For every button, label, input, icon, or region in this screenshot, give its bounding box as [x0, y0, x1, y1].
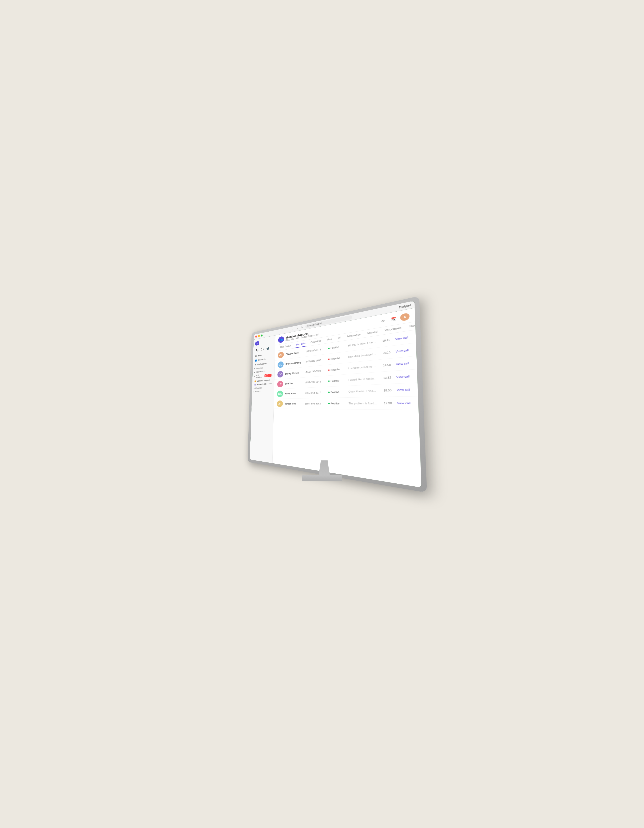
- call-time: 17:30: [381, 401, 392, 405]
- caller-phone: (555)-795-3322: [305, 369, 326, 373]
- view-call-button[interactable]: View call: [395, 387, 412, 392]
- sentiment-badge: Positive: [328, 402, 346, 405]
- sentiment-badge: Positive: [328, 379, 346, 382]
- call-list: CJ Claudia Jules (509)-563-2478 Positive…: [272, 330, 421, 488]
- caller-avatar: CJ: [278, 351, 284, 359]
- call-preview: Okay, thanks. This information is helpfu…: [349, 389, 377, 393]
- tab-all[interactable]: All: [335, 334, 344, 342]
- view-call-button[interactable]: View call: [394, 348, 411, 354]
- app-title: Dialpad: [399, 303, 411, 309]
- recent-label: Recent: [255, 390, 261, 393]
- caller-avatar: KK: [277, 390, 283, 397]
- back-button[interactable]: ‹: [291, 327, 295, 331]
- sidebar: ✦ 📞 💬 📹 ▣ Inbox 👥: [250, 335, 275, 463]
- chat-icon-btn[interactable]: 💬: [260, 347, 264, 351]
- monitor-stand-base: [302, 475, 342, 481]
- call-time: 13:32: [380, 376, 391, 380]
- view-call-button[interactable]: View call: [393, 334, 410, 341]
- sentiment-dot: [328, 403, 330, 404]
- recent-arrow: ▶: [254, 391, 254, 393]
- caller-phone: (555)-789-6543: [305, 380, 326, 384]
- sentiment-dot: [328, 392, 330, 393]
- caller-name: Lori Yee: [285, 381, 303, 385]
- reload-button[interactable]: ↻: [300, 325, 304, 329]
- main-content: 👥 Mainline Support (201) 301-7892 Do Not…: [272, 308, 421, 488]
- sentiment-label: Positive: [330, 379, 339, 382]
- dnd-badge: DND: [269, 383, 272, 385]
- monitor-frame: ‹ › ↻ Dialpad ✦: [247, 296, 427, 492]
- caller-phone: (978)-888-2687: [306, 358, 326, 363]
- sentiment-label: Positive: [330, 345, 339, 349]
- inbox-icon: ▣: [255, 354, 257, 358]
- caller-name: Brendan Chang: [286, 361, 304, 365]
- header-actions: ⚙ 📅 A: [379, 312, 410, 325]
- sentiment-badge: Positive: [328, 345, 346, 350]
- sentiment-label: Positive: [330, 390, 339, 393]
- sentiment-badge: Negative: [328, 367, 346, 371]
- channels-arrow: ▶: [254, 387, 255, 389]
- channels-icon: #: [254, 363, 256, 366]
- calendar-button[interactable]: 📅: [390, 315, 398, 323]
- call-preview: I'm calling because I have a question...…: [348, 352, 377, 358]
- app-logo: ✦: [255, 341, 259, 346]
- contacts-icon: 👥: [255, 359, 257, 362]
- channels-section-label: Channels: [255, 387, 262, 389]
- sidebar-contacts-label: Contacts: [258, 358, 265, 361]
- call-centers-left[interactable]: ▼ Call Centers: [254, 374, 264, 379]
- call-time: 19:45: [379, 338, 390, 343]
- call-time: 14:50: [380, 363, 391, 367]
- view-call-button[interactable]: View call: [394, 374, 412, 380]
- favorites-arrow: ▶: [254, 368, 255, 369]
- support-us-dot: [254, 384, 256, 385]
- sentiment-badge: Negative: [328, 356, 346, 360]
- traffic-light-minimize[interactable]: [258, 335, 260, 337]
- settings-button[interactable]: ⚙: [379, 317, 387, 325]
- mainline-support-dot: [254, 380, 256, 382]
- sentiment-dot: [328, 358, 330, 360]
- departments-label: Departments: [256, 370, 265, 373]
- call-time: 18:50: [380, 389, 391, 392]
- caller-avatar: LY: [277, 381, 283, 387]
- traffic-light-close[interactable]: [255, 335, 257, 337]
- call-time: 20:15: [380, 351, 391, 355]
- caller-name: Kevin Kare: [285, 392, 303, 395]
- call-centers-collapse-arrow: ▼: [254, 376, 256, 378]
- phone-icon-btn[interactable]: 📞: [255, 348, 259, 353]
- call-preview: I need to cancel my account. I have...: [348, 364, 377, 370]
- sidebar-inbox-label: Inbox: [258, 354, 262, 357]
- call-preview: Hi, this is Mike. I have a quick questio…: [348, 340, 377, 347]
- favorites-label: Favorites: [256, 367, 263, 370]
- user-avatar[interactable]: A: [400, 312, 410, 321]
- main-avatar: 👥: [278, 336, 284, 343]
- departments-arrow: ▶: [254, 371, 255, 373]
- screen: ‹ › ↻ Dialpad ✦: [250, 301, 421, 488]
- caller-name: Claudia Jules: [286, 351, 304, 356]
- sentiment-label: Negative: [330, 368, 340, 371]
- caller-avatar: BC: [278, 361, 284, 368]
- call-preview: I would like to continue my membership..…: [348, 377, 377, 381]
- video-icon-btn[interactable]: 📹: [265, 346, 270, 351]
- view-call-button[interactable]: View call: [394, 361, 411, 367]
- sentiment-badge: Positive: [328, 390, 346, 394]
- sentiment-label: Positive: [331, 402, 339, 405]
- hamburger-icon[interactable]: ≡: [272, 374, 273, 376]
- call-preview: The problem is fixed. It's working fine.…: [349, 401, 378, 405]
- caller-phone: (509)-563-2478: [306, 348, 326, 353]
- caller-avatar: JF: [277, 400, 283, 407]
- caller-phone: (555)-892-8962: [305, 402, 326, 405]
- monitor-bezel: ‹ › ↻ Dialpad ✦: [250, 301, 421, 488]
- traffic-light-fullscreen[interactable]: [261, 334, 263, 337]
- caller-name: Danny Cortes: [285, 371, 303, 375]
- sentiment-dot: [328, 369, 330, 371]
- sentiment-label: Negative: [330, 356, 340, 360]
- forward-button[interactable]: ›: [295, 326, 299, 330]
- sentiment-dot: [328, 380, 330, 382]
- caller-avatar: DC: [277, 371, 283, 378]
- sidebar-allchannels-label: All channels: [257, 362, 267, 366]
- view-call-button[interactable]: View call: [395, 401, 413, 405]
- mainline-support-label: Mainline Support: [257, 379, 270, 382]
- call-centers-label-text: Call Centers: [256, 374, 265, 378]
- caller-name: Jordan Fell: [285, 402, 303, 405]
- support-us-label: Support - US: [257, 383, 267, 385]
- off-duty-badge: OFF DUTY: [264, 374, 272, 377]
